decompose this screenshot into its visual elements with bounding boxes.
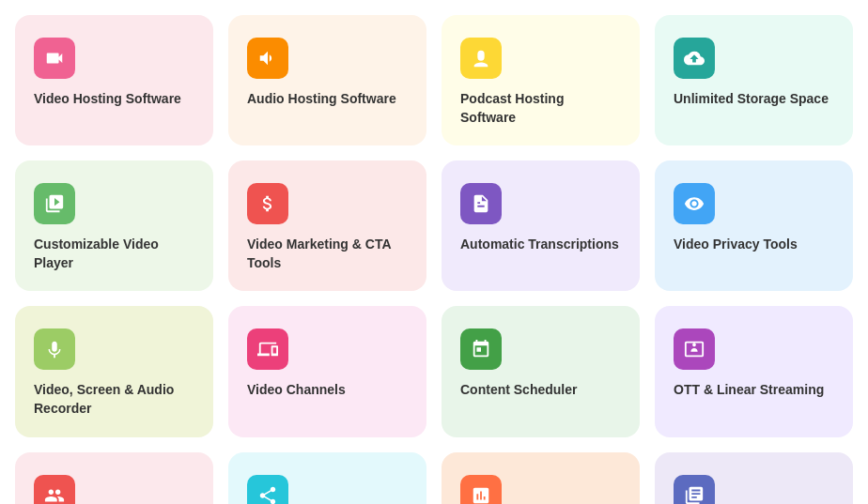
audio-icon bbox=[247, 38, 288, 79]
recorder-icon bbox=[34, 328, 75, 370]
card-video-marketing[interactable]: Video Marketing & CTA Tools bbox=[228, 160, 426, 291]
card-video-channels[interactable]: Video Channels bbox=[228, 306, 426, 436]
card-audio-hosting[interactable]: Audio Hosting Software bbox=[228, 15, 426, 145]
card-auto-transcriptions[interactable]: Automatic Transcriptions bbox=[442, 160, 640, 291]
card-realtime-analytics[interactable]: Real-Time Analytics bbox=[442, 452, 640, 504]
card-unlimited-storage[interactable]: Unlimited Storage Space bbox=[655, 15, 853, 145]
scheduler-icon bbox=[460, 328, 502, 370]
card-label-unlimited-storage: Unlimited Storage Space bbox=[674, 90, 834, 109]
card-label-content-scheduler: Content Scheduler bbox=[460, 381, 621, 400]
feature-grid: Video Hosting SoftwareAudio Hosting Soft… bbox=[15, 15, 853, 504]
channels-icon bbox=[247, 328, 288, 370]
card-label-auto-transcriptions: Automatic Transcriptions bbox=[460, 236, 621, 254]
card-video-hosting[interactable]: Video Hosting Software bbox=[15, 15, 213, 145]
card-podcast-hosting[interactable]: Podcast Hosting Software bbox=[442, 15, 640, 145]
card-label-recorder: Video, Screen & Audio Recorder bbox=[34, 381, 194, 418]
playlists-icon bbox=[674, 475, 715, 504]
video-icon bbox=[34, 38, 75, 79]
privacy-icon bbox=[674, 183, 715, 224]
streaming-icon bbox=[674, 328, 715, 370]
card-playlists-ab[interactable]: Playlists, A/B Testing & MORE... bbox=[655, 452, 853, 504]
card-embedding-options[interactable]: Multiple Embedding Options bbox=[228, 452, 426, 504]
card-label-customizable-player: Customizable Video Player bbox=[34, 236, 194, 272]
card-label-ott-streaming: OTT & Linear Streaming bbox=[674, 381, 834, 400]
collaborate-icon bbox=[34, 475, 75, 504]
player-icon bbox=[34, 183, 75, 224]
marketing-icon bbox=[247, 183, 288, 224]
card-content-scheduler[interactable]: Content Scheduler bbox=[442, 306, 640, 436]
card-label-audio-hosting: Audio Hosting Software bbox=[247, 90, 408, 109]
card-recorder[interactable]: Video, Screen & Audio Recorder bbox=[15, 306, 213, 436]
analytics-icon bbox=[460, 475, 502, 504]
embed-icon bbox=[247, 475, 288, 504]
podcast-icon bbox=[460, 38, 502, 79]
storage-icon bbox=[674, 38, 715, 79]
card-customizable-player[interactable]: Customizable Video Player bbox=[15, 160, 213, 291]
card-collaborate-clients[interactable]: Collaborate With Clients bbox=[15, 452, 213, 504]
card-label-video-channels: Video Channels bbox=[247, 381, 408, 400]
card-label-video-marketing: Video Marketing & CTA Tools bbox=[247, 236, 408, 272]
card-label-podcast-hosting: Podcast Hosting Software bbox=[460, 90, 621, 127]
card-ott-streaming[interactable]: OTT & Linear Streaming bbox=[655, 306, 853, 436]
transcriptions-icon bbox=[460, 183, 502, 224]
card-privacy-tools[interactable]: Video Privacy Tools bbox=[655, 160, 853, 291]
card-label-video-hosting: Video Hosting Software bbox=[34, 90, 194, 109]
card-label-privacy-tools: Video Privacy Tools bbox=[674, 236, 834, 254]
